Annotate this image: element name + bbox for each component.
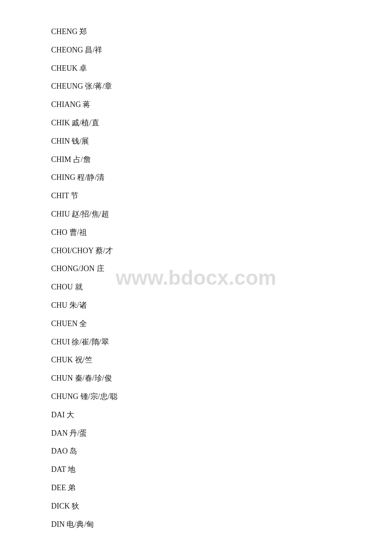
list-item: CHIU 赵/招/焦/超 — [51, 208, 341, 220]
list-item: CHONG/JON 庄 — [51, 263, 341, 275]
entry-label: CHEUNG 张/蒋/章 — [51, 82, 112, 90]
entry-label: CHEUK 卓 — [51, 64, 87, 72]
entry-label: CHIT 节 — [51, 191, 78, 200]
list-item: CHEUNG 张/蒋/章 — [51, 80, 341, 92]
list-item: CHIK 戚/植/直 — [51, 117, 341, 129]
list-item: CHUI 徐/崔/隋/翠 — [51, 336, 341, 348]
entry-label: CHONG/JON 庄 — [51, 264, 104, 273]
entry-label: CHUK 祝/竺 — [51, 356, 92, 364]
list-item: CHIN 钱/展 — [51, 135, 341, 147]
list-item: CHOI/CHOY 蔡/才 — [51, 245, 341, 257]
entry-label: CHIANG 蒋 — [51, 100, 91, 109]
list-item: DAN 丹/蛋 — [51, 427, 341, 439]
entry-label: CHOU 就 — [51, 283, 83, 291]
entry-label: CHO 曹/祖 — [51, 228, 87, 237]
list-item: DAT 地 — [51, 463, 341, 476]
entry-label: CHIU 赵/招/焦/超 — [51, 210, 109, 218]
list-item: DAO 岛 — [51, 445, 341, 457]
entry-label: DIN 电/典/甸 — [51, 520, 94, 529]
entry-label: CHING 程/静/清 — [51, 173, 105, 182]
list-item: CHUEN 全 — [51, 318, 341, 330]
list-item: CHU 朱/诸 — [51, 299, 341, 312]
entry-label: CHUNG 锺/宗/忠/聪 — [51, 392, 118, 401]
entry-label: CHUN 秦/春/珍/俊 — [51, 374, 112, 382]
entry-label: DICK 狄 — [51, 502, 80, 510]
entry-label: CHIM 占/詹 — [51, 155, 91, 164]
list-item: CHING 程/静/清 — [51, 171, 341, 184]
list-item: CHUK 祝/竺 — [51, 354, 341, 366]
entry-label: CHOI/CHOY 蔡/才 — [51, 246, 113, 255]
list-item: CHIM 占/詹 — [51, 153, 341, 166]
entry-label: DAT 地 — [51, 465, 75, 474]
entry-label: CHEONG 昌/祥 — [51, 46, 103, 54]
entry-label: CHIK 戚/植/直 — [51, 119, 99, 127]
entry-label: CHU 朱/诸 — [51, 301, 87, 309]
list-item: CHIT 节 — [51, 190, 341, 202]
entry-label: CHIN 钱/展 — [51, 137, 89, 145]
list-item: DEE 弟 — [51, 482, 341, 494]
list-item: CHEONG 昌/祥 — [51, 44, 341, 56]
list-item: DAI 大 — [51, 409, 341, 421]
entry-label: DAN 丹/蛋 — [51, 429, 87, 437]
list-item: DIN 电/典/甸 — [51, 518, 341, 531]
entry-label: DEE 弟 — [51, 483, 76, 492]
list-item: DICK 狄 — [51, 500, 341, 512]
list-item: CHUNG 锺/宗/忠/聪 — [51, 390, 341, 403]
entry-label: DAI 大 — [51, 410, 75, 419]
entry-label: CHUEN 全 — [51, 319, 87, 328]
entry-label: CHENG 郑 — [51, 27, 87, 36]
list-item: CHEUK 卓 — [51, 62, 341, 75]
list-item: CHIANG 蒋 — [51, 98, 341, 111]
list-item: CHO 曹/祖 — [51, 226, 341, 239]
list-item: CHUN 秦/春/珍/俊 — [51, 372, 341, 384]
entry-label: CHUI 徐/崔/隋/翠 — [51, 338, 109, 346]
entry-label: DAO 岛 — [51, 447, 78, 455]
list-item: CHENG 郑 — [51, 26, 341, 38]
content-area: CHENG 郑CHEONG 昌/祥CHEUK 卓CHEUNG 张/蒋/章CHIA… — [0, 0, 392, 555]
list-item: CHOU 就 — [51, 281, 341, 293]
